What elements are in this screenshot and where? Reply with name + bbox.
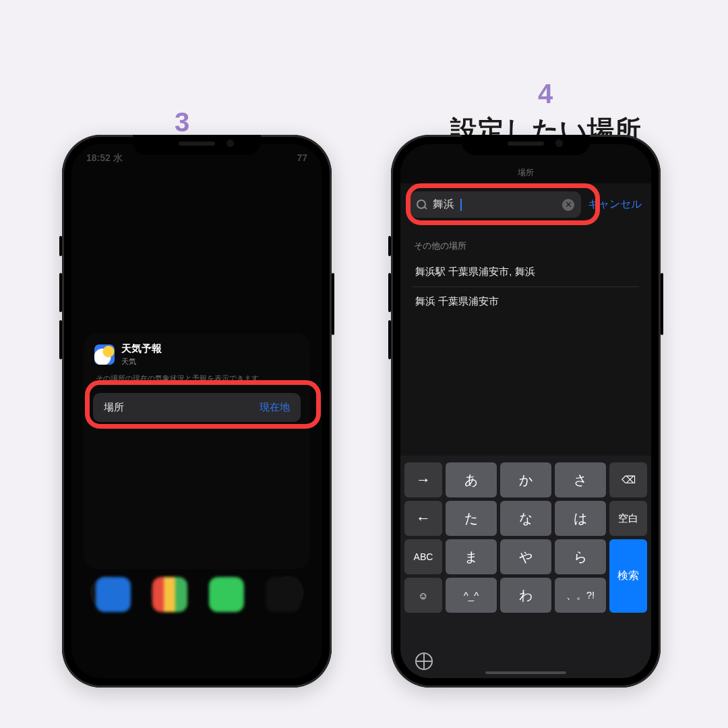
key-wa[interactable]: わ xyxy=(500,578,551,613)
text-cursor xyxy=(460,199,462,211)
key-prev-candidate[interactable]: ← xyxy=(404,501,442,536)
key-ra[interactable]: ら xyxy=(555,539,606,574)
key-space[interactable]: 空白 xyxy=(609,501,647,536)
phone-frame-2: 場所 舞浜 ✕ キャンセル その他の場所 舞浜駅 千葉県浦安市, 舞浜 舞浜 千… xyxy=(391,135,661,688)
key-search[interactable]: 検索 xyxy=(609,539,647,613)
location-row[interactable]: 場所 現在地 xyxy=(93,393,301,422)
globe-icon[interactable] xyxy=(415,653,433,670)
step-4-number: 4 xyxy=(538,79,553,109)
key-ta[interactable]: た xyxy=(446,501,497,536)
key-sa[interactable]: さ xyxy=(555,462,606,497)
key-ya[interactable]: や xyxy=(500,539,551,574)
location-value: 現在地 xyxy=(260,401,290,414)
search-query-text: 舞浜 xyxy=(433,198,454,212)
widget-title: 天気予報 xyxy=(121,342,162,355)
search-result[interactable]: 舞浜駅 千葉県浦安市, 舞浜 xyxy=(413,257,639,287)
home-indicator[interactable] xyxy=(485,671,566,674)
weather-app-icon xyxy=(94,344,115,365)
location-label: 場所 xyxy=(104,401,124,414)
key-next-candidate[interactable]: → xyxy=(404,462,442,497)
search-result[interactable]: 舞浜 千葉県浦安市 xyxy=(413,287,639,316)
status-battery: 77 xyxy=(297,152,307,164)
dock-app-4 xyxy=(266,577,301,612)
cancel-button[interactable]: キャンセル xyxy=(588,198,642,212)
key-face[interactable]: ^_^ xyxy=(446,578,497,613)
widget-settings-card: 天気予報 天気 その場所の現在の気象状況と予報を表示できます。 場所 現在地 xyxy=(84,333,310,569)
key-ha[interactable]: は xyxy=(555,501,606,536)
search-input[interactable]: 舞浜 ✕ xyxy=(410,191,581,218)
phone-frame-1: 18:52 水 77 天気予報 天気 その場所の現在の気象状況と予報を表示できま… xyxy=(62,135,332,688)
key-ka[interactable]: か xyxy=(500,462,551,497)
key-na[interactable]: な xyxy=(500,501,551,536)
widget-description: その場所の現在の気象状況と予報を表示できます。 xyxy=(84,369,310,390)
search-icon xyxy=(417,200,427,210)
key-a[interactable]: あ xyxy=(446,462,497,497)
dock-app-2 xyxy=(152,577,187,612)
widget-app-name: 天気 xyxy=(121,357,162,367)
notch xyxy=(133,135,261,155)
status-time: 18:52 水 xyxy=(86,152,123,164)
sheet-title: 場所 xyxy=(400,167,651,179)
key-ma[interactable]: ま xyxy=(446,539,497,574)
section-other-places: その他の場所 xyxy=(414,240,466,252)
notch xyxy=(462,135,590,155)
dock-app-1 xyxy=(96,577,131,612)
key-abc[interactable]: ABC xyxy=(404,539,442,574)
key-delete[interactable]: ⌫ xyxy=(609,462,647,497)
key-punct[interactable]: 、。?! xyxy=(555,578,606,613)
clear-icon[interactable]: ✕ xyxy=(562,199,574,211)
key-emoji[interactable]: ☺ xyxy=(404,578,442,613)
keyboard: → あ か さ ⌫ ← た な は 空白 ABC ま や ら 検索 ☺ ^_^ xyxy=(400,456,651,678)
dock-app-3 xyxy=(209,577,244,612)
step-3-number: 3 xyxy=(175,107,189,137)
